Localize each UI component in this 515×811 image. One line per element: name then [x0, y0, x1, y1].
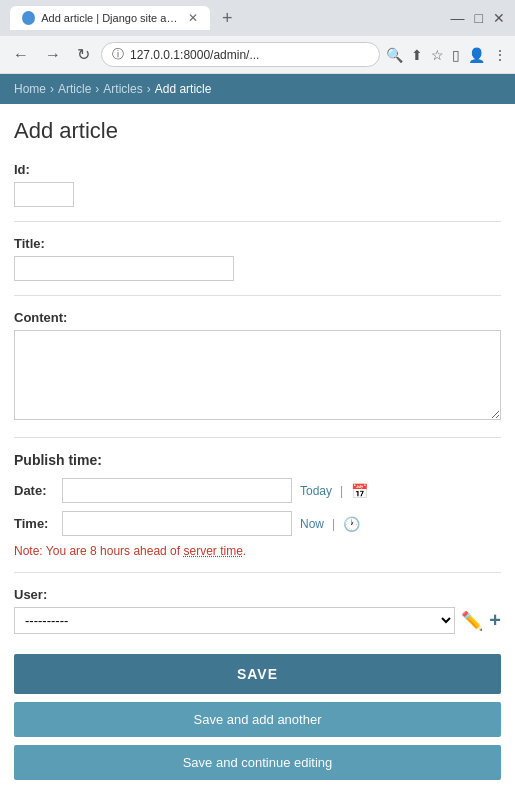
pipe-sep-time: |	[332, 517, 335, 531]
active-tab[interactable]: Add article | Django site admin ✕	[10, 6, 210, 30]
breadcrumb-sep3: ›	[147, 82, 151, 96]
today-button[interactable]: Today	[300, 484, 332, 498]
note-end: .	[243, 544, 246, 558]
forward-button[interactable]: →	[40, 44, 66, 66]
sidebar-icon[interactable]: ▯	[452, 47, 460, 63]
close-button[interactable]: ✕	[493, 10, 505, 26]
title-input[interactable]	[14, 256, 234, 281]
id-input[interactable]	[14, 182, 74, 207]
user-select[interactable]: ----------	[14, 607, 455, 634]
field-content: Content:	[14, 310, 501, 423]
note-text: Note: You are 8 hours ahead of	[14, 544, 180, 558]
title-label: Title:	[14, 236, 501, 251]
user-add-button[interactable]: +	[489, 609, 501, 632]
breadcrumb: Home › Article › Articles › Add article	[0, 74, 515, 104]
url-text: 127.0.0.1:8000/admin/...	[130, 48, 369, 62]
divider-4	[14, 572, 501, 573]
calendar-icon[interactable]: 📅	[351, 483, 368, 499]
content-textarea[interactable]	[14, 330, 501, 420]
date-input[interactable]	[62, 478, 292, 503]
publish-time-legend: Publish time:	[14, 452, 501, 468]
breadcrumb-article[interactable]: Article	[58, 82, 91, 96]
svg-point-0	[24, 13, 34, 23]
save-and-add-button[interactable]: Save and add another	[14, 702, 501, 737]
browser-nav-icons: 🔍 ⬆ ☆ ▯ 👤 ⋮	[386, 47, 507, 63]
breadcrumb-sep2: ›	[95, 82, 99, 96]
now-button[interactable]: Now	[300, 517, 324, 531]
tab-favicon	[22, 11, 35, 25]
page-content: Add article Id: Title: Content: Publish …	[0, 104, 515, 800]
breadcrumb-articles[interactable]: Articles	[103, 82, 142, 96]
page-title: Add article	[14, 118, 501, 144]
date-label: Date:	[14, 483, 54, 498]
server-time-note: Note: You are 8 hours ahead of server ti…	[14, 544, 501, 558]
tab-close-button[interactable]: ✕	[188, 11, 198, 25]
tab-title: Add article | Django site admin	[41, 12, 182, 24]
divider-2	[14, 295, 501, 296]
submit-row: SAVE Save and add another Save and conti…	[14, 654, 501, 780]
maximize-button[interactable]: □	[475, 10, 483, 26]
id-label: Id:	[14, 162, 501, 177]
field-title: Title:	[14, 236, 501, 281]
user-label: User:	[14, 587, 501, 602]
pipe-sep-date: |	[340, 484, 343, 498]
breadcrumb-sep1: ›	[50, 82, 54, 96]
field-id: Id:	[14, 162, 501, 207]
clock-icon[interactable]: 🕐	[343, 516, 360, 532]
search-icon[interactable]: 🔍	[386, 47, 403, 63]
user-select-row: ---------- ✏️ +	[14, 607, 501, 634]
field-user: User: ---------- ✏️ +	[14, 587, 501, 634]
server-text: server time	[183, 544, 242, 558]
profile-icon[interactable]: 👤	[468, 47, 485, 63]
time-input[interactable]	[62, 511, 292, 536]
time-row: Time: Now | 🕐	[14, 511, 501, 536]
window-controls: — □ ✕	[451, 10, 505, 26]
refresh-button[interactable]: ↻	[72, 43, 95, 66]
new-tab-button[interactable]: +	[218, 8, 237, 29]
date-row: Date: Today | 📅	[14, 478, 501, 503]
share-icon[interactable]: ⬆	[411, 47, 423, 63]
url-bar[interactable]: ⓘ 127.0.0.1:8000/admin/...	[101, 42, 380, 67]
user-edit-button[interactable]: ✏️	[461, 610, 483, 632]
divider-1	[14, 221, 501, 222]
save-button[interactable]: SAVE	[14, 654, 501, 694]
bookmark-icon[interactable]: ☆	[431, 47, 444, 63]
breadcrumb-current: Add article	[155, 82, 212, 96]
publish-time-section: Publish time: Date: Today | 📅 Time: Now …	[14, 452, 501, 558]
minimize-button[interactable]: —	[451, 10, 465, 26]
content-label: Content:	[14, 310, 501, 325]
navigation-bar: ← → ↻ ⓘ 127.0.0.1:8000/admin/... 🔍 ⬆ ☆ ▯…	[0, 36, 515, 73]
breadcrumb-home[interactable]: Home	[14, 82, 46, 96]
divider-3	[14, 437, 501, 438]
time-label: Time:	[14, 516, 54, 531]
lock-icon: ⓘ	[112, 46, 124, 63]
back-button[interactable]: ←	[8, 44, 34, 66]
menu-icon[interactable]: ⋮	[493, 47, 507, 63]
save-and-continue-button[interactable]: Save and continue editing	[14, 745, 501, 780]
